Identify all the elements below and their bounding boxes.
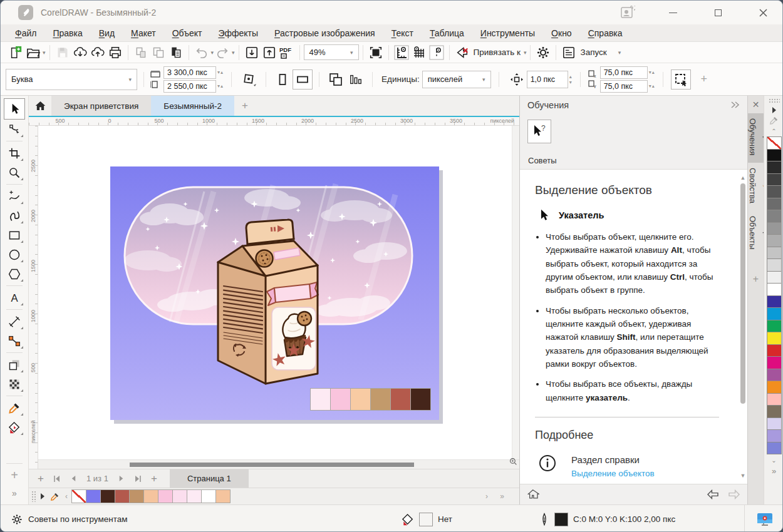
color-swatch[interactable] [115,489,130,503]
close-button[interactable] [755,4,771,21]
color-swatch[interactable] [129,489,144,503]
color-swatch[interactable] [767,320,782,333]
color-swatch[interactable] [767,185,782,198]
maximize-button[interactable] [710,4,726,21]
first-page-button[interactable] [49,471,65,487]
paste-button[interactable] [167,44,185,61]
save-to-cloud-button[interactable] [89,44,106,61]
launch-icon[interactable] [560,44,578,61]
vertical-ruler[interactable]: 2500 2000 1500 1000 500 пикселей [29,126,38,469]
launch-label[interactable]: Запуск [580,48,606,57]
portrait-button[interactable] [272,69,293,90]
color-swatch[interactable] [767,198,782,211]
show-grid-toggle[interactable] [410,44,428,61]
launch-caret[interactable]: ▾ [618,49,621,56]
drawing-canvas[interactable] [38,126,519,469]
add-page-button-2[interactable]: + [146,471,162,487]
color-swatch[interactable] [390,388,411,411]
color-swatch[interactable] [767,136,782,150]
docker-close-icon[interactable]: ✕ [748,96,764,113]
outline-color-swatch[interactable] [554,513,568,526]
snap-to-caret[interactable]: ▾ [524,49,527,56]
color-swatch[interactable] [767,161,782,174]
color-swatch[interactable] [370,388,391,411]
menu-bitmaps[interactable]: Растровые изображения [266,24,383,42]
color-swatch[interactable] [767,210,782,223]
color-swatch[interactable] [215,489,231,503]
snap-off-button[interactable] [454,44,471,61]
color-swatch[interactable] [767,417,782,431]
print-button[interactable] [106,44,124,61]
account-icon[interactable] [620,4,636,21]
freehand-tool[interactable] [4,187,25,206]
color-swatch[interactable] [767,332,782,345]
scrollbar-thumb[interactable] [130,463,414,467]
milk-carton-artwork[interactable] [110,166,439,420]
color-swatch[interactable] [201,489,216,503]
color-swatch[interactable] [767,344,782,357]
palette-flyout-arrow[interactable] [764,105,783,115]
add-docker-button[interactable]: + [753,274,759,285]
crop-tool[interactable] [4,143,25,163]
palette-scroll-left[interactable]: ‹ [61,492,71,501]
color-swatch[interactable] [767,356,782,369]
color-swatch[interactable] [143,489,158,503]
palette-scroll-right[interactable]: › [482,492,492,501]
duplicate-x-field[interactable]: 75,0 пкс [600,66,648,79]
color-swatch[interactable] [767,222,782,235]
connector-tool[interactable] [4,331,25,350]
text-tool[interactable]: A [4,288,25,307]
status-fill-icon[interactable] [402,513,414,526]
palette-expand[interactable]: » [764,466,783,476]
zoom-caret-icon[interactable]: ▾ [350,49,353,56]
fullscreen-preview-button[interactable] [367,44,385,61]
import-button[interactable] [243,44,261,61]
open-button[interactable] [24,44,42,61]
color-swatch[interactable] [767,381,782,394]
last-page-button[interactable] [130,471,146,487]
pick-tool[interactable] [4,98,25,120]
current-page-size-button[interactable] [326,69,346,90]
export-button[interactable] [261,44,278,61]
color-swatch[interactable] [410,388,431,411]
color-swatch[interactable] [100,489,115,503]
hints-back-icon[interactable] [707,489,719,499]
menu-table[interactable]: Таблица [422,24,472,42]
color-swatch[interactable] [767,283,782,296]
zoom-tool[interactable] [4,163,25,182]
help-link[interactable]: Выделение объектов [571,469,655,478]
canvas-horizontal-scrollbar[interactable] [38,459,519,469]
page-width-field[interactable]: 3 300,0 пкс [163,66,216,79]
toolbox-expand-button[interactable]: » [4,485,25,504]
options-gear-button[interactable] [534,44,552,61]
show-guidelines-toggle[interactable] [428,44,445,61]
docker-tab-hints[interactable]: Обучения [748,113,764,163]
page-preset-combobox[interactable]: Буква▾ [6,69,137,90]
outline-pen-icon[interactable] [539,513,549,526]
redo-button[interactable] [214,44,231,61]
interactive-fill-tool[interactable] [4,417,25,437]
color-swatch[interactable] [767,234,782,247]
landscape-button[interactable] [293,69,313,90]
autofit-page-button[interactable] [239,69,259,90]
color-swatch[interactable] [767,429,782,442]
palette-scroll-up[interactable]: ⌃ [764,126,783,136]
zoom-fit-icon[interactable] [509,457,517,468]
new-document-tab-button[interactable]: + [234,96,256,116]
color-swatch[interactable] [330,388,351,411]
menu-object[interactable]: Объект [164,24,210,42]
nudge-field[interactable]: 1,0 пкс [527,71,568,88]
docker-tab-properties[interactable]: Свойства [748,163,764,211]
eyedropper-tool[interactable] [4,398,25,417]
zoom-level-combobox[interactable]: 49%▾ [304,44,359,60]
hints-pointer-help-button[interactable]: ? [527,120,551,143]
color-proof-monitor-icon[interactable] [756,512,774,527]
all-pages-size-button[interactable] [346,69,366,90]
palette-flyout-arrow[interactable] [38,488,48,504]
palette-eyedropper-icon[interactable] [764,115,783,126]
menu-help[interactable]: Справка [580,24,631,42]
canvas-vertical-scrollbar[interactable] [512,126,519,459]
welcome-home-icon[interactable] [29,96,51,116]
color-swatch[interactable] [172,489,187,503]
hints-home-icon[interactable] [527,489,539,500]
